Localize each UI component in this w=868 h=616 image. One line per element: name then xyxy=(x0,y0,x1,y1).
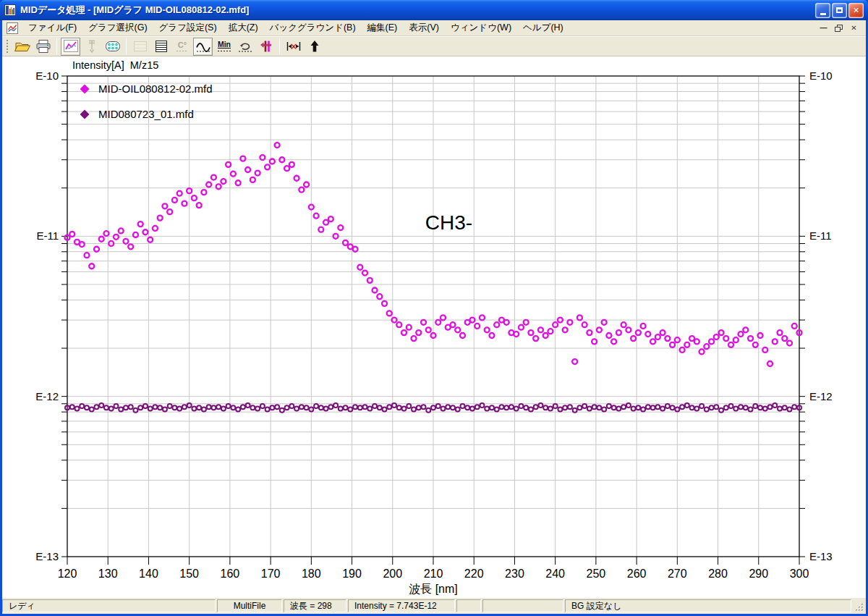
x-tick-label: 300 xyxy=(790,568,809,580)
y-tick-label-left: E-13 xyxy=(35,550,59,562)
svg-text:C°: C° xyxy=(177,41,186,49)
window-title: MIDデータ処理 - [MIDグラフ MID-OIL080812-02.mfd] xyxy=(20,4,249,17)
x-tick-label: 160 xyxy=(221,568,240,580)
x-tick-label: 290 xyxy=(749,568,768,580)
y-tick-label-left: E-12 xyxy=(35,390,59,402)
menu-item-zoom[interactable]: 拡大(Z) xyxy=(223,20,264,35)
status-multifile: MultiFile xyxy=(217,599,282,612)
minimize-button[interactable] xyxy=(815,3,830,18)
open-file-icon xyxy=(14,38,31,54)
wave-scale-button[interactable] xyxy=(193,38,213,56)
x-tick-label: 280 xyxy=(708,568,728,580)
menu-item-help[interactable]: ヘルプ(H) xyxy=(517,20,569,35)
background-button[interactable] xyxy=(256,38,276,56)
y-tick-label-left: E-10 xyxy=(35,69,59,82)
y-tick-label-right: E-10 xyxy=(809,69,833,82)
film-grid-icon xyxy=(132,38,149,54)
x-tick-label: 150 xyxy=(179,568,199,580)
legend-label-1: MID080723_01.mfd xyxy=(98,108,194,120)
legend-marker-0 xyxy=(80,85,90,94)
x-tick-label: 240 xyxy=(545,568,565,580)
menu-item-graph-select[interactable]: グラフ選択(G) xyxy=(82,20,153,35)
x-tick-label: 120 xyxy=(58,568,77,580)
menu-item-window[interactable]: ウィンドウ(W) xyxy=(445,20,517,35)
probe-icon xyxy=(83,38,101,54)
chart-title: Intensity[A] M/z15 xyxy=(72,59,158,71)
temp-scale-button: C° xyxy=(172,38,192,56)
mdi-close-button[interactable]: ✕ xyxy=(848,22,860,33)
status-wavelength: 波長 = 298 xyxy=(284,599,346,612)
maximize-button[interactable] xyxy=(832,3,847,18)
toolbar-separator xyxy=(126,38,127,54)
graph-view-button[interactable] xyxy=(61,38,80,56)
probe-button xyxy=(82,38,101,56)
x-tick-label: 170 xyxy=(261,568,281,580)
x-tick-label: 270 xyxy=(668,568,687,580)
reset-x-zoom-icon: ✕ xyxy=(285,38,302,54)
svg-text:Min: Min xyxy=(217,40,230,48)
x-tick-label: 130 xyxy=(98,568,118,580)
y-tick-label-left: E-11 xyxy=(36,229,59,242)
x-tick-label: 250 xyxy=(587,568,606,580)
export-up-button[interactable] xyxy=(305,38,324,56)
toolbar-separator xyxy=(279,38,280,54)
x-tick-label: 200 xyxy=(383,568,402,580)
x-tick-label: 230 xyxy=(505,568,524,580)
film-grid-button xyxy=(130,38,150,56)
menu-item-file[interactable]: ファイル(F) xyxy=(22,20,82,35)
temp-scale-icon: C° xyxy=(174,38,191,54)
toolbar-separator xyxy=(56,38,57,54)
menu-item-graph-settings[interactable]: グラフ設定(S) xyxy=(153,20,223,35)
toolbar-grip[interactable] xyxy=(6,39,9,54)
redraw-button[interactable] xyxy=(235,38,255,56)
x-axis-title: 波長 [nm] xyxy=(409,583,458,595)
mid-graph-chart[interactable]: 1201301401501601701801902002102202302402… xyxy=(2,56,866,598)
menu-item-view[interactable]: 表示(V) xyxy=(403,20,445,35)
marker-points-button[interactable] xyxy=(103,38,122,56)
status-bar: レディMultiFile波長 = 298Intensity = 7.743E-1… xyxy=(2,598,866,614)
data-table-button[interactable] xyxy=(151,38,171,56)
min-scale-icon: Min xyxy=(216,38,233,54)
status-spare2 xyxy=(482,599,563,612)
menu-item-background[interactable]: バックグラウンド(B) xyxy=(264,20,362,35)
y-tick-label-right: E-11 xyxy=(809,229,832,242)
open-file-button[interactable] xyxy=(12,38,32,56)
title-bar: MIDデータ処理 - [MIDグラフ MID-OIL080812-02.mfd]… xyxy=(0,0,868,20)
menu-bar: ファイル(F)グラフ選択(G)グラフ設定(S)拡大(Z)バックグラウンド(B)編… xyxy=(2,20,866,36)
print-icon xyxy=(35,38,52,54)
graph-view-icon xyxy=(62,38,80,54)
close-button[interactable]: ✕ xyxy=(848,3,864,18)
x-tick-label: 260 xyxy=(627,568,647,580)
legend-marker-1 xyxy=(80,110,90,119)
status-ready: レディ xyxy=(2,599,216,612)
wave-scale-icon xyxy=(195,38,212,54)
toolbar: C° Min ✕ xyxy=(2,36,866,56)
app-icon xyxy=(4,4,16,16)
x-tick-label: 140 xyxy=(139,568,158,580)
y-tick-label-right: E-12 xyxy=(809,390,833,402)
y-tick-label-right: E-13 xyxy=(809,550,833,562)
x-tick-label: 220 xyxy=(464,568,484,580)
data-table-icon xyxy=(153,38,170,54)
min-scale-button[interactable]: Min xyxy=(214,38,234,56)
background-icon xyxy=(258,38,275,54)
annotation-label: CH3- xyxy=(425,211,472,234)
mdi-minimize-button[interactable]: — xyxy=(817,22,830,33)
print-button[interactable] xyxy=(33,38,53,56)
status-intensity: Intensity = 7.743E-12 xyxy=(348,599,455,612)
marker-points-icon xyxy=(104,38,122,54)
export-up-icon xyxy=(306,38,323,54)
legend-label-0: MID-OIL080812-02.mfd xyxy=(98,83,213,95)
redraw-icon xyxy=(237,38,254,54)
x-tick-label: 210 xyxy=(424,568,443,580)
reset-x-zoom-button[interactable]: ✕ xyxy=(284,38,303,56)
resize-grip[interactable] xyxy=(853,599,864,612)
status-spare1 xyxy=(456,599,481,612)
status-bg: BG 設定なし xyxy=(565,599,851,612)
graph-client-area: 1201301401501601701801902002102202302402… xyxy=(2,56,866,598)
svg-text:✕: ✕ xyxy=(289,41,297,52)
x-tick-label: 190 xyxy=(342,568,362,580)
mdi-restore-button[interactable] xyxy=(833,22,845,33)
menu-item-edit[interactable]: 編集(E) xyxy=(362,20,404,35)
document-chart-icon xyxy=(7,22,18,34)
